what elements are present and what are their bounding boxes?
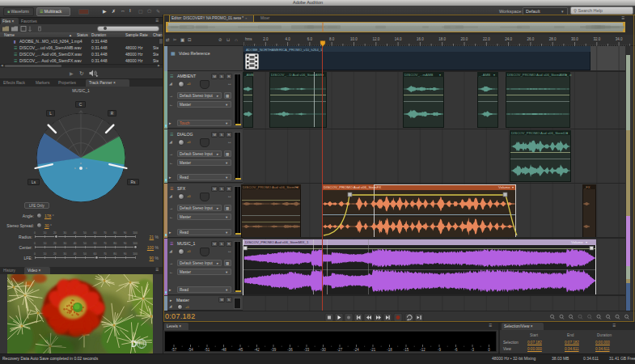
svg-text:-54: -54 xyxy=(188,348,193,352)
svg-text:-39: -39 xyxy=(271,348,277,352)
svg-text:-18: -18 xyxy=(387,348,392,352)
svg-text:-36: -36 xyxy=(287,348,293,352)
svg-text:-45: -45 xyxy=(238,348,243,352)
svg-text:-6: -6 xyxy=(454,348,457,352)
svg-text:-42: -42 xyxy=(254,348,260,352)
svg-text:-57: -57 xyxy=(171,348,177,352)
svg-text:-33: -33 xyxy=(304,348,310,352)
svg-text:-27: -27 xyxy=(337,348,343,352)
svg-text:-3: -3 xyxy=(471,348,474,352)
svg-text:-15: -15 xyxy=(404,348,409,352)
svg-text:-9: -9 xyxy=(438,348,441,352)
svg-text:-24: -24 xyxy=(353,348,359,352)
svg-text:-21: -21 xyxy=(370,348,376,352)
svg-text:-48: -48 xyxy=(221,348,226,352)
svg-text:-12: -12 xyxy=(420,348,425,352)
svg-text:0: 0 xyxy=(488,348,490,352)
svg-text:-30: -30 xyxy=(320,348,326,352)
svg-text:-51: -51 xyxy=(205,348,210,352)
